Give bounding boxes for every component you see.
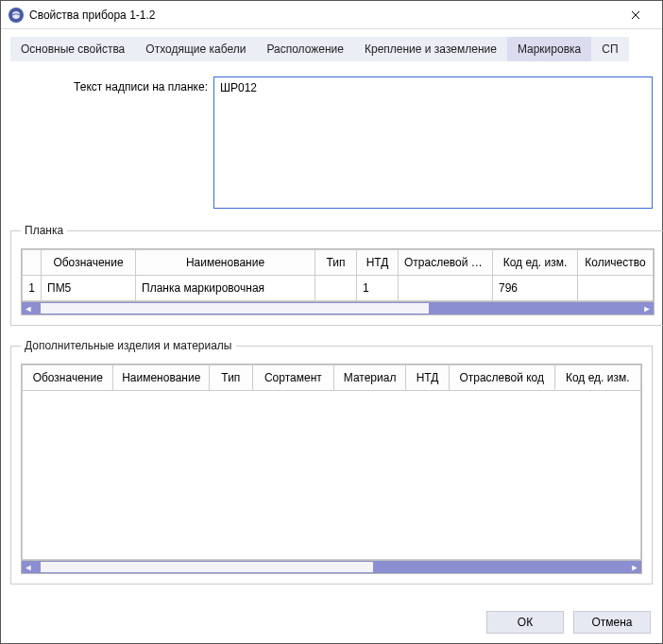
cell-type[interactable]: [315, 276, 357, 301]
col-designation[interactable]: Обозначение: [42, 250, 136, 276]
scroll-thumb[interactable]: [41, 562, 373, 572]
close-button[interactable]: [617, 2, 654, 28]
col-qty[interactable]: Количество: [578, 250, 654, 276]
tab-sp[interactable]: СП: [591, 37, 628, 61]
scroll-track[interactable]: [35, 302, 640, 314]
cell-ntd[interactable]: 1: [357, 276, 399, 301]
plate-table-wrap: Обозначение Наименование Тип НТД Отрасле…: [21, 248, 654, 315]
col-sortament[interactable]: Сортамент: [252, 365, 333, 391]
tab-cables[interactable]: Отходящие кабели: [135, 37, 256, 61]
extras-table[interactable]: Обозначение Наименование Тип Сортамент М…: [22, 364, 641, 391]
col-industry-code[interactable]: Отраслевой код: [449, 365, 554, 391]
extras-empty-body[interactable]: [22, 391, 641, 560]
table-header-row: Обозначение Наименование Тип Сортамент М…: [23, 365, 641, 391]
cancel-button[interactable]: Отмена: [573, 611, 651, 634]
plate-table[interactable]: Обозначение Наименование Тип НТД Отрасле…: [22, 249, 654, 301]
col-ntd[interactable]: НТД: [357, 250, 399, 276]
cell-qty[interactable]: [578, 276, 654, 301]
col-n[interactable]: [23, 250, 42, 276]
extras-group: Дополнительные изделия и материалы Обозн…: [10, 339, 653, 585]
client-area: Основные свойства Отходящие кабели Распо…: [1, 29, 662, 603]
cell-unit-code[interactable]: 796: [493, 276, 578, 301]
window-title: Свойства прибора 1-1.2: [29, 8, 617, 22]
table-row[interactable]: 1 ПМ5 Планка маркировочная 1 796: [23, 276, 654, 301]
cell-industry-code[interactable]: [399, 276, 493, 301]
extras-table-wrap: Обозначение Наименование Тип Сортамент М…: [21, 364, 642, 574]
extras-group-legend: Дополнительные изделия и материалы: [21, 339, 236, 352]
col-designation[interactable]: Обозначение: [23, 365, 113, 391]
plate-hscroll[interactable]: ◄ ►: [22, 301, 654, 314]
col-name[interactable]: Наименование: [113, 365, 210, 391]
titlebar: Свойства прибора 1-1.2: [1, 1, 662, 29]
col-type[interactable]: Тип: [315, 250, 357, 276]
cell-n[interactable]: 1: [23, 276, 42, 301]
tab-marking[interactable]: Маркировка: [507, 37, 591, 61]
plate-text-input[interactable]: [213, 76, 653, 209]
ok-button[interactable]: ОК: [486, 611, 564, 634]
scroll-track[interactable]: [35, 561, 628, 573]
tab-placement[interactable]: Расположение: [256, 37, 354, 61]
cell-designation[interactable]: ПМ5: [42, 276, 136, 301]
col-ntd[interactable]: НТД: [406, 365, 450, 391]
plate-group-legend: Планка: [21, 224, 67, 237]
col-name[interactable]: Наименование: [136, 250, 315, 276]
tab-strip: Основные свойства Отходящие кабели Распо…: [10, 37, 653, 61]
col-industry-code[interactable]: Отраслевой код: [399, 250, 493, 276]
svg-point-0: [12, 11, 20, 19]
col-unit-code[interactable]: Код ед. изм.: [493, 250, 578, 276]
tab-grounding[interactable]: Крепление и заземление: [354, 37, 507, 61]
extras-hscroll[interactable]: ◄ ►: [22, 560, 641, 573]
scroll-right-icon[interactable]: ►: [640, 302, 654, 314]
scroll-left-icon[interactable]: ◄: [22, 302, 35, 314]
app-icon: [8, 8, 24, 23]
scroll-left-icon[interactable]: ◄: [22, 561, 35, 573]
col-material[interactable]: Материал: [334, 365, 406, 391]
col-unit-code[interactable]: Код ед. изм.: [554, 365, 640, 391]
scroll-thumb[interactable]: [41, 303, 428, 314]
plate-text-label: Текст надписи на планке:: [10, 76, 213, 93]
tab-basic[interactable]: Основные свойства: [10, 37, 135, 61]
plate-text-row: Текст надписи на планке:: [10, 76, 653, 209]
scroll-right-icon[interactable]: ►: [628, 561, 641, 573]
dialog-footer: ОК Отмена: [1, 603, 662, 643]
dialog-window: Свойства прибора 1-1.2 Основные свойства…: [0, 0, 663, 644]
plate-group: Планка Обозначение Наименование Тип НТД …: [10, 224, 663, 326]
col-type[interactable]: Тип: [210, 365, 253, 391]
cell-name[interactable]: Планка маркировочная: [136, 276, 315, 301]
table-header-row: Обозначение Наименование Тип НТД Отрасле…: [23, 250, 654, 276]
